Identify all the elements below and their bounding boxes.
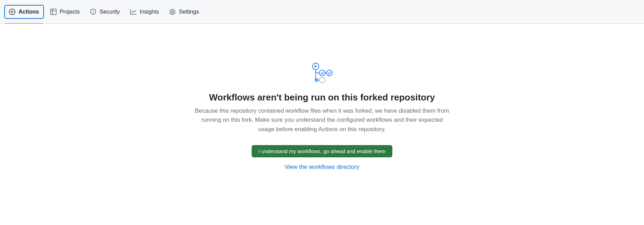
nav-tabs: Actions Projects Security Insights Setti… bbox=[4, 0, 203, 23]
page-description: Because this repository contained workfl… bbox=[193, 106, 451, 134]
shield-icon bbox=[90, 9, 96, 15]
view-workflows-link[interactable]: View the workflows directory bbox=[284, 164, 359, 171]
svg-point-1 bbox=[319, 70, 325, 76]
tab-projects-label: Projects bbox=[60, 9, 80, 15]
page-heading: Workflows aren't being run on this forke… bbox=[209, 92, 435, 103]
tab-security[interactable]: Security bbox=[86, 6, 124, 18]
tab-actions-label: Actions bbox=[18, 9, 39, 15]
table-icon bbox=[50, 9, 57, 15]
enable-workflows-button[interactable]: I understand my workflows, go ahead and … bbox=[252, 145, 392, 157]
graph-icon bbox=[130, 9, 136, 15]
tab-settings-label: Settings bbox=[179, 9, 199, 15]
workflow-icon bbox=[311, 62, 333, 85]
svg-point-4 bbox=[319, 77, 325, 83]
tab-projects[interactable]: Projects bbox=[46, 6, 84, 18]
repo-nav-bar: Actions Projects Security Insights Setti… bbox=[0, 0, 644, 24]
gear-icon bbox=[169, 9, 176, 15]
tab-settings[interactable]: Settings bbox=[165, 6, 203, 18]
tab-insights-label: Insights bbox=[140, 9, 159, 15]
tab-insights[interactable]: Insights bbox=[126, 6, 163, 18]
play-circle-icon bbox=[9, 9, 15, 15]
tab-security-label: Security bbox=[99, 9, 120, 15]
main-content: Workflows aren't being run on this forke… bbox=[0, 24, 644, 171]
tab-actions[interactable]: Actions bbox=[4, 5, 44, 19]
svg-point-2 bbox=[326, 70, 332, 76]
